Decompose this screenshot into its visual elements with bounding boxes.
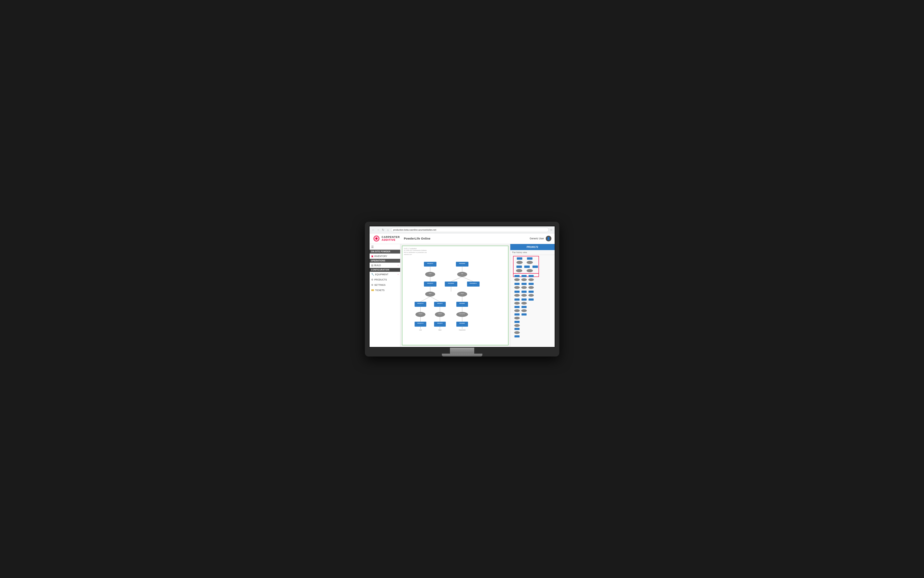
svg-text:Load: Load (419, 329, 422, 330)
svg-rect-73 (456, 321, 468, 327)
svg-rect-114 (521, 306, 526, 308)
svg-point-2 (375, 237, 377, 240)
home-button[interactable]: ⌂ (386, 228, 390, 232)
svg-text:—: — (461, 305, 463, 306)
refresh-button[interactable]: ↻ (381, 228, 385, 232)
svg-rect-90 (515, 275, 519, 277)
svg-point-121 (514, 324, 519, 327)
back-button[interactable]: ← (372, 228, 375, 232)
pan-history-subheader: Pan history view (510, 250, 555, 255)
svg-text:—: — (473, 284, 474, 286)
svg-text:Adjust: Adjust (438, 329, 442, 330)
hamburger-button[interactable]: ☰ (369, 244, 400, 250)
pan-history-svg (511, 256, 554, 347)
svg-text:PR100172-1: PR100172-1 (417, 323, 424, 324)
svg-text:—: — (461, 265, 463, 266)
svg-text:—: — (429, 265, 431, 266)
logo-additive: ADDITIVE (382, 239, 400, 241)
svg-text:PR100172: PR100172 (427, 283, 433, 284)
svg-rect-118 (521, 313, 526, 315)
browser-chrome: ← → ↻ ⌂ production-beta-caonline.azurewe… (369, 226, 555, 234)
monitor-screen: ← → ↻ ⌂ production-beta-caonline.azurewe… (369, 226, 555, 347)
pan-history-content[interactable] (510, 255, 555, 347)
svg-line-7 (462, 277, 473, 281)
svg-rect-117 (515, 313, 519, 315)
title-prefix: PowderLife (404, 237, 420, 240)
chevron-icon: ‹ (398, 264, 398, 266)
svg-rect-98 (529, 283, 534, 285)
svg-rect-86 (532, 266, 538, 268)
section-operations: OPERATIONS (369, 259, 400, 263)
svg-text:PR100172: PR100172 (427, 263, 433, 264)
sidebar-item-settings[interactable]: ⚙ SETTINGS (369, 283, 400, 287)
svg-point-119 (514, 317, 519, 320)
app-layout: CARPENTER ADDITIVE PowderLife Online Gen… (369, 234, 555, 347)
svg-text:Unload: Unload (419, 313, 422, 314)
svg-rect-52 (434, 302, 446, 307)
pan-history-header: PR100172 (510, 244, 555, 250)
svg-point-99 (514, 286, 519, 289)
svg-text:Unquarantine: Unquarantine (459, 329, 465, 330)
svg-text:—: — (461, 294, 463, 295)
products-icon: ⚙ (371, 278, 374, 281)
svg-rect-102 (515, 291, 519, 293)
svg-text:PR#DEMO: PR#DEMO (459, 323, 465, 324)
svg-point-83 (526, 261, 533, 264)
svg-point-95 (528, 278, 534, 281)
svg-rect-103 (521, 291, 526, 293)
sidebar-item-inventory[interactable]: ▣ INVENTORY (369, 253, 400, 259)
svg-line-6 (451, 277, 462, 281)
sidebar-item-equipment[interactable]: 🔧 EQUIPMENT ‹ (369, 272, 400, 277)
user-avatar[interactable]: 👤 (546, 236, 552, 241)
svg-point-46 (457, 291, 467, 297)
svg-point-58 (415, 312, 425, 317)
svg-text:—: — (450, 284, 451, 286)
user-label: Generic User (530, 237, 544, 240)
svg-rect-113 (515, 306, 519, 308)
pan-history-panel: PR100172 Pan history view (510, 244, 555, 347)
svg-point-105 (514, 294, 519, 297)
svg-rect-108 (515, 298, 519, 300)
flow-canvas[interactable]: OoJS 1.7 evaluation (c) 1996-2017 Northw… (402, 246, 508, 345)
svg-rect-70 (434, 321, 446, 327)
svg-line-10 (421, 297, 430, 302)
sidebar-item-products[interactable]: ⚙ PRODUCTS (369, 277, 400, 283)
forward-button[interactable]: → (377, 228, 380, 232)
svg-point-123 (514, 331, 519, 334)
svg-rect-97 (521, 283, 526, 285)
build-icon: ▤ (371, 264, 374, 267)
svg-rect-109 (521, 298, 526, 300)
svg-text:PR#DEMO: PR#DEMO (459, 303, 465, 304)
svg-rect-124 (515, 335, 519, 338)
sidebar-item-tickets[interactable]: 🎫 TICKETS (369, 287, 400, 293)
tickets-label: TICKETS (375, 289, 385, 291)
svg-rect-120 (515, 321, 519, 323)
settings-label: SETTINGS (374, 284, 385, 286)
canvas-area: OoJS 1.7 evaluation (c) 1996-2017 Northw… (400, 244, 510, 347)
svg-point-28 (425, 272, 435, 277)
tickets-icon: 🎫 (371, 289, 374, 292)
logo-text: CARPENTER ADDITIVE (382, 236, 400, 242)
svg-text:Build: Build (429, 293, 431, 294)
products-label: PRODUCTS (374, 278, 387, 281)
build-label: BUILD (374, 264, 381, 266)
address-bar[interactable]: production-beta-caonline.azurewebsites.n… (391, 227, 549, 232)
svg-rect-49 (414, 302, 426, 307)
svg-point-100 (521, 286, 527, 289)
logo-carpenter: CARPENTER (382, 236, 400, 239)
svg-point-82 (516, 261, 523, 264)
title-suffix: Online (421, 237, 430, 240)
settings-icon: ⚙ (371, 284, 374, 286)
svg-point-115 (514, 309, 519, 312)
section-configuration: CONFIGURATION (369, 268, 400, 272)
svg-point-116 (521, 309, 527, 312)
svg-text:—: — (429, 274, 430, 276)
user-area: Generic User 👤 (530, 236, 552, 241)
sidebar-item-build[interactable]: ▤ BUILD ‹ (369, 263, 400, 268)
inventory-label: INVENTORY (374, 255, 387, 257)
bookmark-icon[interactable]: ☆ (550, 228, 553, 231)
svg-text:Adjust: Adjust (461, 293, 464, 294)
svg-point-87 (516, 269, 522, 272)
app-title: PowderLife Online (404, 237, 430, 240)
flow-diagram-svg: PR100172 — PR#DEMO — Load — (402, 246, 508, 345)
